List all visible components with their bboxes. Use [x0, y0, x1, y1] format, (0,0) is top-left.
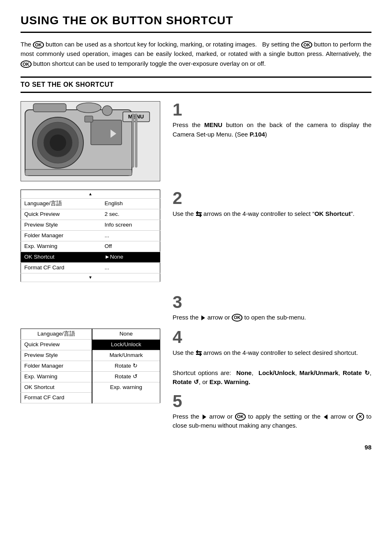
menu2-label: Folder Manager [21, 361, 92, 371]
menu-value: Off [101, 241, 160, 252]
ok-icon-3: OK [21, 60, 32, 68]
ok-icon-3a: OK [232, 314, 243, 321]
menu-row-language: Language/言語 English [21, 199, 160, 209]
svg-rect-7 [91, 120, 122, 145]
ok-icon-2: OK [301, 41, 312, 49]
menu-label: Format CF Card [21, 262, 101, 273]
page-title: USING THE OK BUTTON SHORTCUT [21, 12, 371, 33]
step2-content: 2 Use the ⇆ arrows on the 4-way controll… [173, 190, 371, 220]
menu-label: Preview Style [21, 220, 101, 231]
submenu-col: None Lock/Unlock Mark/Unmark Rotate ↻ Ro… [92, 329, 160, 403]
menu2-label: Preview Style [21, 350, 92, 361]
step3-number: 3 [173, 294, 371, 311]
menu2-label: OK Shortcut [21, 382, 92, 393]
menu-label: Exp. Warning [21, 241, 101, 252]
menu-table-1: ▲ Language/言語 English Quick Preview 2 se… [21, 190, 160, 282]
menu1-area: ▲ Language/言語 English Quick Preview 2 se… [21, 190, 160, 286]
ok-icon-5a: OK [235, 413, 246, 420]
intro-paragraph: The OK button can be used as a shortcut … [21, 39, 371, 68]
menu-label: OK Shortcut [21, 252, 101, 262]
step3-section: 3 Press the arrow or OK to open the sub-… [21, 294, 371, 322]
menu-up-arrow: ▲ [21, 190, 160, 199]
camera-svg: MENU [21, 102, 161, 182]
submenu-item-lockunlock: Lock/Unlock [92, 340, 160, 350]
left-arrow-icon-5 [324, 414, 327, 419]
menu-value: English [101, 199, 160, 209]
step1-content: 1 Press the MENU button on the back of t… [173, 101, 371, 139]
svg-point-6 [76, 103, 101, 113]
camera-image-area: MENU [21, 101, 160, 181]
step4-5-content: 4 Use the ⇆ arrows on the 4-way controll… [173, 329, 371, 431]
menu-row-quickpreview: Quick Preview 2 sec. [21, 209, 160, 220]
page-number: 98 [21, 443, 371, 451]
arrows-icon-4: ⇆ [196, 348, 202, 359]
step2-section: ▲ Language/言語 English Quick Preview 2 se… [21, 190, 371, 286]
menu-row-expwarning: Exp. Warning Off [21, 241, 160, 252]
menu-row-previewstyle: Preview Style Info screen [21, 220, 160, 231]
svg-rect-5 [33, 104, 66, 112]
step3-left-spacer [21, 294, 160, 322]
submenu-item-none: None [92, 329, 160, 340]
menu-value: Info screen [101, 220, 160, 231]
svg-point-4 [50, 134, 66, 151]
menu-row-formatcf: Format CF Card ... [21, 262, 160, 273]
menu-row-okshortcut: OK Shortcut ►None [21, 252, 160, 262]
step4-number: 4 [173, 329, 371, 346]
step1-number: 1 [173, 101, 371, 118]
menu-down-arrow: ▼ [21, 273, 160, 282]
svg-point-11 [102, 106, 112, 116]
menu-table-2: Language/言語 None Lock/Unlock Mark/Unmark… [21, 329, 160, 403]
menu2-label: Quick Preview [21, 339, 92, 350]
menu-row-foldermanager: Folder Manager ... [21, 231, 160, 241]
menu2-area: Language/言語 None Lock/Unlock Mark/Unmark… [21, 329, 160, 408]
right-arrow-icon-5 [203, 414, 206, 419]
menu-value: ... [101, 262, 160, 273]
svg-rect-14 [135, 114, 137, 167]
x-badge-5: ✕ [356, 413, 364, 420]
menu-label: Folder Manager [21, 231, 101, 241]
submenu-item-rotateccw: Rotate ↺ [92, 372, 160, 382]
arrows-icon-2: ⇆ [196, 209, 202, 220]
section-header: TO SET THE OK SHORTCUT [21, 76, 371, 93]
menu-label: Language/言語 [21, 199, 101, 209]
step5-text: Press the arrow or OK to apply the setti… [173, 412, 371, 431]
menu2-label: Format CF Card [21, 393, 92, 403]
step4-text: Use the ⇆ arrows on the 4-way controller… [173, 348, 371, 387]
step2-number: 2 [173, 190, 371, 207]
step1-section: MENU 1 Press the MENU button on the back… [21, 101, 371, 181]
svg-rect-12 [85, 116, 93, 122]
menu2-label: Exp. Warning [21, 371, 92, 382]
menu-value: 2 sec. [101, 209, 160, 220]
step1-text: Press the MENU button on the back of the… [173, 120, 371, 139]
menu2-label: Language/言語 [21, 329, 92, 340]
submenu-item-markunmark: Mark/Unmark [92, 350, 160, 361]
camera-drawing: MENU [21, 101, 160, 181]
step3-content: 3 Press the arrow or OK to open the sub-… [173, 294, 371, 322]
ok-icon-1: OK [33, 41, 44, 49]
submenu-item-rotatecw: Rotate ↻ [92, 361, 160, 372]
svg-rect-15 [25, 169, 132, 176]
menu2-row-language: Language/言語 None Lock/Unlock Mark/Unmark… [21, 329, 160, 340]
step5-number: 5 [173, 393, 371, 410]
right-arrow-icon-3 [201, 315, 205, 320]
menu-label: Quick Preview [21, 209, 101, 220]
step4-section: Language/言語 None Lock/Unlock Mark/Unmark… [21, 329, 371, 431]
menu-value: ►None [101, 252, 160, 262]
step3-text: Press the arrow or OK to open the sub-me… [173, 313, 371, 322]
step2-text: Use the ⇆ arrows on the 4-way controller… [173, 209, 371, 220]
svg-rect-13 [132, 114, 134, 167]
submenu-item-expwarning: Exp. warning [92, 382, 160, 393]
menu-value: ... [101, 231, 160, 241]
